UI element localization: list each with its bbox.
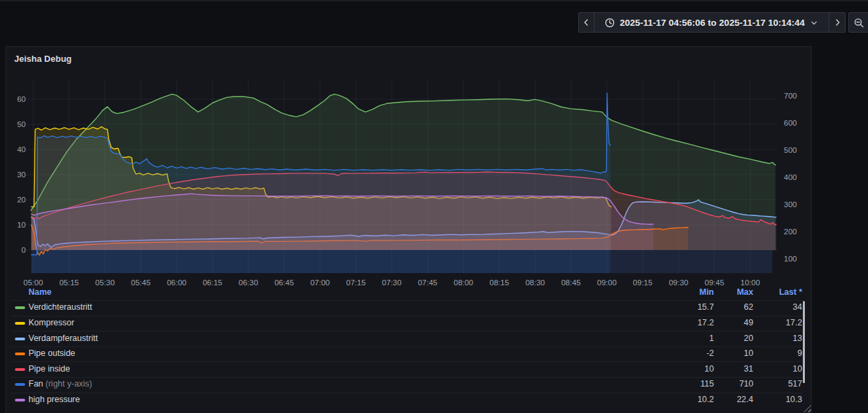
series-fill-high-pressure (31, 194, 654, 250)
x-tick-label: 09:45 (700, 278, 730, 287)
legend-item-label[interactable]: Fan (right y-axis) (29, 379, 92, 389)
legend-item-label[interactable]: Verdichteraustritt (29, 302, 92, 312)
legend-scrollbar-thumb[interactable] (803, 301, 805, 383)
legend-value-last: 10.3 (755, 395, 802, 405)
x-tick-label: 07:15 (341, 278, 371, 287)
legend-item-label[interactable]: high pressure (29, 395, 80, 405)
legend-value-max: 10 (706, 348, 753, 359)
legend-label-text: Verdampferaustritt (29, 334, 98, 343)
legend-header-name[interactable]: Name (29, 287, 52, 298)
y-left-tick-label: 10 (5, 220, 26, 230)
x-tick-label: 05:45 (126, 278, 155, 287)
x-tick-label: 08:15 (485, 278, 514, 287)
x-tick-label: 06:15 (197, 278, 227, 287)
legend-swatch[interactable] (15, 368, 25, 371)
y-right-tick-label: 300 (784, 200, 797, 209)
legend-value-max: 20 (706, 334, 753, 344)
legend-swatch[interactable] (15, 399, 25, 401)
x-tick-label: 05:15 (54, 278, 84, 287)
legend-value-last: 517 (755, 379, 802, 389)
y-right-tick-label: 100 (784, 254, 797, 264)
x-tick-label: 08:30 (521, 278, 550, 287)
x-tick-label: 09:15 (628, 278, 658, 287)
legend-row-separator (11, 331, 802, 331)
legend-label-text: Fan (29, 379, 43, 389)
legend-value-max: 62 (706, 302, 753, 312)
x-tick-label: 05:30 (90, 278, 120, 287)
x-tick-label: 07:45 (413, 278, 442, 287)
x-tick-label: 07:00 (305, 278, 335, 287)
legend-swatch[interactable] (15, 353, 25, 355)
x-tick-label: 05:00 (18, 278, 48, 287)
legend-row-separator (11, 393, 802, 393)
y-left-tick-label: 40 (5, 145, 26, 154)
x-tick-label: 06:30 (233, 278, 263, 287)
legend-item-label[interactable]: Pipe outside (29, 348, 75, 359)
legend-header-last[interactable]: Last * (755, 287, 802, 298)
x-tick-label: 09:00 (592, 278, 622, 287)
legend-row-separator (11, 300, 802, 301)
legend-label-text: Verdichteraustritt (29, 302, 92, 312)
x-tick-label: 09:30 (664, 278, 694, 287)
legend-value-last: 17.2 (755, 318, 802, 328)
legend-label-text: Pipe inside (29, 364, 70, 374)
x-tick-label: 08:45 (556, 278, 586, 287)
y-right-tick-label: 500 (784, 145, 797, 155)
y-right-tick-label: 700 (784, 91, 797, 101)
y-left-tick-label: 60 (5, 94, 26, 104)
legend-swatch[interactable] (15, 383, 25, 386)
y-left-tick-label: 20 (5, 195, 26, 204)
x-tick-label: 08:00 (449, 278, 478, 287)
legend-label-suffix: (right y-axis) (45, 379, 92, 389)
y-right-tick-label: 600 (784, 118, 797, 128)
legend-row-separator (11, 316, 802, 317)
legend-value-last: 9 (755, 348, 802, 359)
legend-header-max[interactable]: Max (706, 287, 753, 298)
legend-swatch[interactable] (15, 322, 25, 325)
legend-value-last: 10 (755, 364, 802, 374)
y-left-tick-label: 30 (5, 170, 26, 179)
y-left-tick-label: 0 (5, 245, 26, 255)
legend-swatch[interactable] (15, 338, 25, 340)
legend-label-text: high pressure (29, 395, 80, 404)
y-right-tick-label: 400 (784, 173, 797, 182)
legend-label-text: Kompressor (29, 318, 74, 327)
legend-row-separator (11, 346, 802, 347)
x-tick-label: 06:00 (162, 278, 191, 287)
x-tick-label: 10:00 (735, 278, 765, 287)
legend-item-label[interactable]: Verdampferaustritt (29, 334, 98, 344)
legend-item-label[interactable]: Pipe inside (29, 364, 70, 374)
legend-label-text: Pipe outside (29, 348, 75, 358)
x-tick-label: 06:45 (269, 278, 299, 287)
legend-value-last: 34 (755, 302, 802, 312)
legend-value-last: 13 (755, 334, 802, 344)
legend-value-max: 710 (706, 379, 753, 389)
legend-value-max: 49 (706, 318, 753, 328)
legend-row-separator (11, 377, 802, 378)
legend-item-label[interactable]: Kompressor (29, 318, 74, 328)
legend-value-max: 31 (706, 364, 753, 374)
y-right-tick-label: 200 (784, 227, 797, 236)
x-tick-label: 07:30 (377, 278, 407, 287)
y-left-tick-label: 50 (5, 120, 26, 129)
legend-value-max: 22.4 (706, 395, 753, 405)
legend-row-separator (11, 361, 802, 362)
legend-swatch[interactable] (15, 306, 25, 309)
